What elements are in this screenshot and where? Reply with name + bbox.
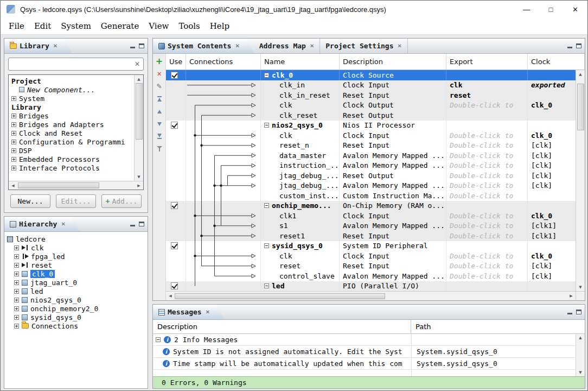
scroll-down-icon[interactable] — [135, 173, 143, 181]
library-vertical-scrollbar[interactable] — [134, 75, 143, 181]
collapse-icon[interactable]: − — [264, 243, 269, 248]
messages-vertical-scrollbar[interactable] — [576, 334, 585, 376]
port-row-reset1[interactable]: reset1Reset InputDouble-click to[clk1] — [166, 231, 576, 241]
library-item-embedded-processors[interactable]: +Embedded Processors — [9, 155, 134, 163]
tab-library[interactable]: Library ✕ — [4, 39, 72, 53]
filter-icon[interactable] — [155, 145, 164, 153]
expand-icon[interactable]: + — [11, 131, 16, 136]
port-row-s1[interactable]: s1Avalon Memory Mapped ...Double-click t… — [166, 221, 576, 231]
expand-icon[interactable]: + — [14, 306, 19, 311]
port-row-reset[interactable]: resetReset InputDouble-click to[clk] — [166, 261, 576, 272]
expand-icon[interactable]: + — [14, 298, 19, 302]
menu-system[interactable]: System — [56, 20, 96, 33]
scroll-thumb[interactable] — [136, 83, 143, 140]
port-row-clk1[interactable]: clk1Clock InputDouble-click toclk_0 — [166, 211, 576, 221]
minimize-view-icon[interactable] — [567, 43, 573, 48]
library-item-bridges[interactable]: +Bridges — [9, 111, 134, 120]
expand-icon[interactable]: + — [14, 280, 19, 285]
scroll-right-icon[interactable] — [567, 292, 576, 300]
menu-help[interactable]: Help — [205, 20, 234, 33]
hierarchy-item-ledcore[interactable]: ledcore — [4, 235, 148, 243]
tab-address-map[interactable]: Address Map✕ — [254, 39, 320, 53]
scroll-right-icon[interactable] — [135, 181, 143, 190]
tab-close-icon[interactable]: ✕ — [310, 43, 314, 49]
collapse-icon[interactable]: − — [264, 73, 269, 78]
restore-view-icon[interactable] — [576, 310, 581, 314]
scroll-down-icon[interactable] — [579, 370, 581, 375]
move-top-icon[interactable] — [155, 95, 164, 103]
port-row-control-slave[interactable]: control_slaveAvalon Memory Mapped ...Dou… — [166, 271, 576, 281]
messages-column-path[interactable]: Path — [411, 320, 585, 333]
column-header-name[interactable]: Name — [261, 54, 340, 70]
new-button[interactable]: New... — [10, 194, 50, 208]
column-header-description[interactable]: Description — [340, 54, 446, 70]
edit-component-icon[interactable]: ✎ — [155, 83, 164, 90]
port-row-jtag-debug[interactable]: jtag_debug_...Reset OutputDouble-click t… — [166, 171, 576, 181]
messages-summary-row[interactable]: − 2 Info Messages — [153, 334, 585, 346]
menu-tools[interactable]: Tools — [174, 20, 204, 33]
port-row-clk[interactable]: clkClock OutputDouble-click toclk_0 — [166, 100, 576, 111]
scroll-up-icon[interactable] — [576, 70, 585, 78]
messages-column-description[interactable]: Description — [153, 320, 411, 333]
port-row-clk-in[interactable]: clk_inClock Inputclkexported — [166, 80, 576, 91]
menu-generate[interactable]: Generate — [96, 20, 144, 33]
port-row-instruction[interactable]: instruction_...Avalon Memory Mapped ...D… — [166, 161, 576, 171]
expand-icon[interactable]: + — [14, 263, 19, 268]
port-row-clk-in-reset[interactable]: clk_in_resetReset Inputreset — [166, 90, 576, 100]
library-item-bridges-and-adapters[interactable]: +Bridges and Adapters — [9, 120, 134, 129]
scroll-thumb[interactable] — [175, 293, 385, 299]
expand-icon[interactable]: + — [11, 96, 16, 101]
tab-hierarchy[interactable]: Hierarchy ✕ — [4, 217, 80, 231]
hierarchy-item-jtag-uart-0[interactable]: +jtag_uart_0 — [4, 278, 148, 287]
edit-button[interactable]: Edit... — [56, 194, 96, 208]
library-item-new-component[interactable]: New Component... — [9, 85, 134, 94]
close-button[interactable]: ✕ — [563, 1, 587, 18]
collapse-icon[interactable]: − — [264, 203, 269, 208]
library-item-configuration-programmi[interactable]: +Configuration & Programmi — [9, 137, 134, 146]
minimize-view-icon[interactable] — [130, 222, 136, 226]
menu-edit[interactable]: Edit — [29, 20, 56, 33]
table-vertical-scrollbar[interactable] — [576, 70, 585, 291]
expand-icon[interactable]: + — [11, 113, 16, 118]
minimize-view-icon[interactable] — [567, 310, 573, 314]
move-bottom-icon[interactable] — [155, 133, 164, 140]
maximize-button[interactable]: □ — [539, 1, 563, 18]
minimize-view-icon[interactable] — [130, 43, 136, 48]
hierarchy-item-sysid-qsys-0[interactable]: +sysid_qsys_0 — [4, 313, 148, 321]
use-checkbox[interactable] — [171, 202, 178, 209]
menu-view[interactable]: View — [144, 20, 174, 33]
scroll-left-icon[interactable] — [166, 292, 175, 300]
port-row-jtag-debug[interactable]: jtag_debug_...Avalon Memory Mapped ...Do… — [166, 181, 576, 191]
use-checkbox[interactable] — [171, 72, 178, 79]
scroll-down-icon[interactable] — [576, 283, 585, 291]
minimize-button[interactable]: — — [514, 1, 539, 18]
scroll-up-icon[interactable] — [135, 75, 143, 83]
expand-icon[interactable]: + — [14, 324, 19, 329]
hierarchy-item-clk-0[interactable]: +clk_0 — [4, 269, 148, 278]
tab-system-contents[interactable]: System Contents✕ — [153, 39, 254, 53]
add-component-icon[interactable]: + — [155, 58, 164, 65]
hierarchy-item-fpga-led[interactable]: +fpga_led — [4, 252, 148, 261]
collapse-icon[interactable]: − — [264, 123, 269, 128]
scroll-thumb[interactable] — [18, 182, 99, 188]
move-up-icon[interactable] — [155, 108, 164, 115]
hierarchy-item-clk[interactable]: +clk — [4, 243, 148, 252]
scroll-left-icon[interactable] — [9, 181, 17, 190]
port-row-clk-reset[interactable]: clk_resetReset Output — [166, 110, 576, 121]
expand-icon[interactable]: + — [11, 140, 16, 144]
column-header-connections[interactable]: Connections — [186, 54, 261, 70]
move-down-icon[interactable] — [155, 120, 164, 128]
hierarchy-item-onchip-memory2-0[interactable]: +onchip_memory2_0 — [4, 304, 148, 313]
expand-icon[interactable]: + — [11, 148, 16, 153]
tab-project-settings[interactable]: Project Settings✕ — [320, 39, 408, 53]
use-checkbox[interactable] — [171, 122, 178, 129]
add-button[interactable]: +Add... — [101, 194, 142, 208]
tab-close-icon[interactable]: ✕ — [235, 43, 239, 49]
table-horizontal-scrollbar[interactable] — [166, 291, 585, 300]
expand-icon[interactable]: + — [11, 122, 16, 127]
library-item-system[interactable]: +System — [9, 94, 134, 103]
hierarchy-item-nios2-qsys-0[interactable]: +nios2_qsys_0 — [4, 295, 148, 304]
scroll-thumb[interactable] — [577, 84, 584, 130]
library-item-interface-protocols[interactable]: +Interface Protocols — [9, 163, 134, 172]
tab-close-icon[interactable]: ✕ — [206, 309, 210, 315]
